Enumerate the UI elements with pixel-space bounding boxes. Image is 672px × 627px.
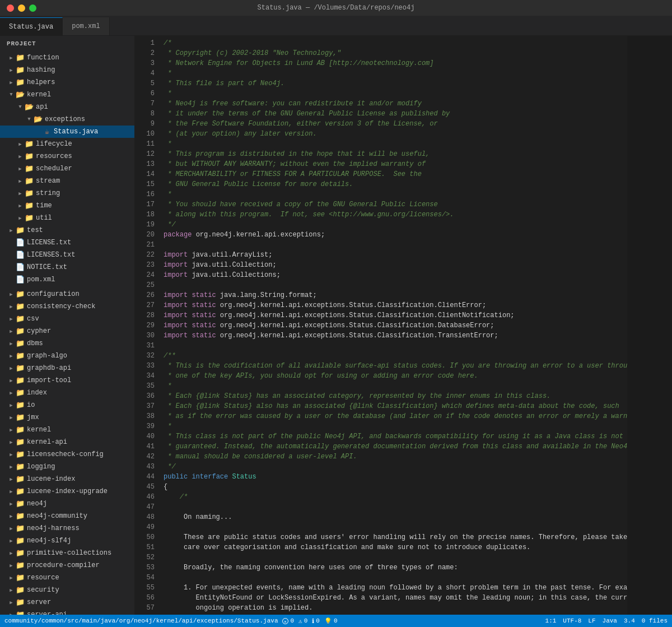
folder-icon: 📁 bbox=[25, 177, 34, 185]
sidebar-item-cypher[interactable]: ▶ 📁 cypher bbox=[0, 325, 134, 337]
sidebar-item-time[interactable]: ▶ 📁 time bbox=[0, 199, 134, 212]
code-line: */ bbox=[164, 220, 627, 230]
sidebar-item-util[interactable]: ▶ 📁 util bbox=[0, 212, 134, 224]
close-button[interactable] bbox=[7, 4, 14, 12]
sidebar-item-configuration[interactable]: ▶ 📁 configuration bbox=[0, 288, 134, 300]
line-number: 7 bbox=[134, 99, 155, 109]
sidebar-tree[interactable]: ▶ 📁 function ▶ 📁 hashing ▶ 📁 helpers ▼ 📂 bbox=[0, 52, 134, 615]
code-line: These are public status codes and users'… bbox=[164, 532, 627, 542]
tree-label: kernel bbox=[27, 91, 51, 99]
line-number: 10 bbox=[134, 129, 155, 139]
sidebar-item-lucene-index-upgrade[interactable]: ▶ 📁 lucene-index-upgrade bbox=[0, 485, 134, 498]
code-line: package org.neo4j.kernel.api.exceptions; bbox=[164, 230, 627, 240]
sidebar-item-pom-xml[interactable]: ▶ 📄 pom.xml bbox=[0, 273, 134, 286]
sidebar-item-index[interactable]: ▶ 📁 index bbox=[0, 387, 134, 399]
status-encoding: UTF-8 bbox=[563, 617, 581, 624]
arrow-icon: ▶ bbox=[7, 67, 16, 73]
code-line: * This class is not part of the public N… bbox=[164, 431, 627, 442]
sidebar-item-neo4j[interactable]: ▶ 📁 neo4j bbox=[0, 498, 134, 510]
sidebar-item-scheduler[interactable]: ▶ 📁 scheduler bbox=[0, 162, 134, 175]
code-content[interactable]: /* * Copyright (c) 2002-2018 "Neo Techno… bbox=[159, 36, 627, 615]
sidebar-item-exceptions[interactable]: ▼ 📂 exceptions bbox=[0, 113, 134, 126]
tab-status-java[interactable]: Status.java bbox=[0, 17, 63, 35]
sidebar-item-license-txt[interactable]: ▶ 📄 LICENSE.txt bbox=[0, 236, 134, 249]
sidebar-item-kernel[interactable]: ▼ 📂 kernel bbox=[0, 89, 134, 101]
sidebar-item-csv[interactable]: ▶ 📁 csv bbox=[0, 313, 134, 325]
sidebar-item-neo4j-slf4j[interactable]: ▶ 📁 neo4j-slf4j bbox=[0, 535, 134, 547]
sidebar-item-resource[interactable]: ▶ 📁 resource bbox=[0, 572, 134, 584]
sidebar-item-dbms[interactable]: ▶ 📁 dbms bbox=[0, 337, 134, 350]
sidebar-item-jmx[interactable]: ▶ 📁 jmx bbox=[0, 411, 134, 424]
tree-label: stream bbox=[36, 177, 60, 185]
sidebar-item-logging[interactable]: ▶ 📁 logging bbox=[0, 461, 134, 473]
code-line: * Copyright (c) 2002-2018 "Neo Technolog… bbox=[164, 48, 627, 58]
status-path: community/common/src/main/java/org/neo4j… bbox=[4, 617, 278, 624]
sidebar-item-security[interactable]: ▶ 📁 security bbox=[0, 584, 134, 596]
line-number: 47 bbox=[134, 502, 155, 512]
sidebar-item-graph-algo[interactable]: ▶ 📁 graph-algo bbox=[0, 350, 134, 362]
folder-icon: 📁 bbox=[16, 487, 25, 496]
code-line: /* bbox=[164, 492, 627, 502]
line-number: 43 bbox=[134, 462, 155, 472]
sidebar-item-server-api[interactable]: ▶ 📁 server-api bbox=[0, 609, 134, 615]
tree-label: kernel bbox=[27, 426, 51, 434]
folder-icon: 📁 bbox=[16, 425, 25, 434]
arrow-icon: ▶ bbox=[16, 215, 25, 221]
sidebar-item-status-java[interactable]: ▶ ☕ Status.java bbox=[0, 126, 134, 138]
tree-label: neo4j bbox=[27, 500, 47, 508]
code-line bbox=[164, 613, 627, 615]
sidebar-item-hashing[interactable]: ▶ 📁 hashing bbox=[0, 64, 134, 76]
sidebar-item-server[interactable]: ▶ 📁 server bbox=[0, 596, 134, 609]
editor-area: 1234567891011121314151617181920212223242… bbox=[134, 36, 672, 615]
sidebar-item-io[interactable]: ▶ 📁 io bbox=[0, 399, 134, 411]
arrow-icon: ▶ bbox=[7, 402, 16, 408]
line-number: 37 bbox=[134, 401, 155, 411]
txt-file-icon: 📄 bbox=[16, 238, 25, 247]
tree-label: lucene-index bbox=[27, 475, 75, 483]
sidebar-item-string[interactable]: ▶ 📁 string bbox=[0, 187, 134, 199]
line-number: 29 bbox=[134, 321, 155, 331]
arrow-icon: ▶ bbox=[7, 316, 16, 322]
sidebar-item-lucene-index[interactable]: ▶ 📁 lucene-index bbox=[0, 473, 134, 485]
sidebar-item-procedure-compiler[interactable]: ▶ 📁 procedure-compiler bbox=[0, 559, 134, 572]
sidebar-item-stream[interactable]: ▶ 📁 stream bbox=[0, 175, 134, 187]
code-line: */ bbox=[164, 462, 627, 472]
sidebar-item-lifecycle[interactable]: ▶ 📁 lifecycle bbox=[0, 138, 134, 150]
arrow-icon: ▶ bbox=[7, 563, 16, 569]
sidebar-item-kernel-api[interactable]: ▶ 📁 kernel-api bbox=[0, 436, 134, 448]
tab-pom-xml[interactable]: pom.xml bbox=[63, 17, 109, 35]
code-line: On naming... bbox=[164, 512, 627, 522]
tree-label: index bbox=[27, 389, 47, 397]
folder-icon: 📁 bbox=[16, 561, 25, 570]
folder-icon: 📁 bbox=[16, 536, 25, 545]
code-line: * Neo4j is free software: you can redist… bbox=[164, 99, 627, 109]
arrow-icon: ▼ bbox=[7, 92, 16, 97]
folder-icon: 📁 bbox=[16, 610, 25, 615]
sidebar-item-consistency-check[interactable]: ▶ 📁 consistency-check bbox=[0, 300, 134, 313]
line-number: 49 bbox=[134, 522, 155, 532]
sidebar-item-resources[interactable]: ▶ 📁 resources bbox=[0, 150, 134, 162]
sidebar-item-notice-txt[interactable]: ▶ 📄 NOTICE.txt bbox=[0, 261, 134, 273]
line-number: 44 bbox=[134, 472, 155, 482]
sidebar-item-import-tool[interactable]: ▶ 📁 import-tool bbox=[0, 374, 134, 387]
sidebar-item-helpers[interactable]: ▶ 📁 helpers bbox=[0, 76, 134, 89]
line-number: 25 bbox=[134, 280, 155, 290]
folder-icon: 📁 bbox=[16, 226, 25, 235]
sidebar-item-licensecheck-config[interactable]: ▶ 📁 licensecheck-config bbox=[0, 448, 134, 461]
sidebar-item-primitive-collections[interactable]: ▶ 📁 primitive-collections bbox=[0, 547, 134, 559]
sidebar-item-kernel2[interactable]: ▶ 📁 kernel bbox=[0, 424, 134, 436]
line-number: 17 bbox=[134, 199, 155, 210]
line-number: 12 bbox=[134, 149, 155, 159]
minimize-button[interactable] bbox=[18, 4, 25, 12]
sidebar-item-test[interactable]: ▶ 📁 test bbox=[0, 224, 134, 236]
maximize-button[interactable] bbox=[29, 4, 36, 12]
sidebar-item-licenses-txt[interactable]: ▶ 📄 LICENSES.txt bbox=[0, 249, 134, 261]
sidebar-item-neo4j-community[interactable]: ▶ 📁 neo4j-community bbox=[0, 510, 134, 522]
status-files: 0 files bbox=[642, 617, 668, 624]
sidebar-item-graphdb-api[interactable]: ▶ 📁 graphdb-api bbox=[0, 362, 134, 374]
line-number: 39 bbox=[134, 421, 155, 431]
sidebar-item-neo4j-harness[interactable]: ▶ 📁 neo4j-harness bbox=[0, 522, 134, 535]
sidebar-item-function[interactable]: ▶ 📁 function bbox=[0, 52, 134, 64]
code-line: import static java.lang.String.format; bbox=[164, 290, 627, 300]
sidebar-item-api[interactable]: ▼ 📂 api bbox=[0, 101, 134, 113]
